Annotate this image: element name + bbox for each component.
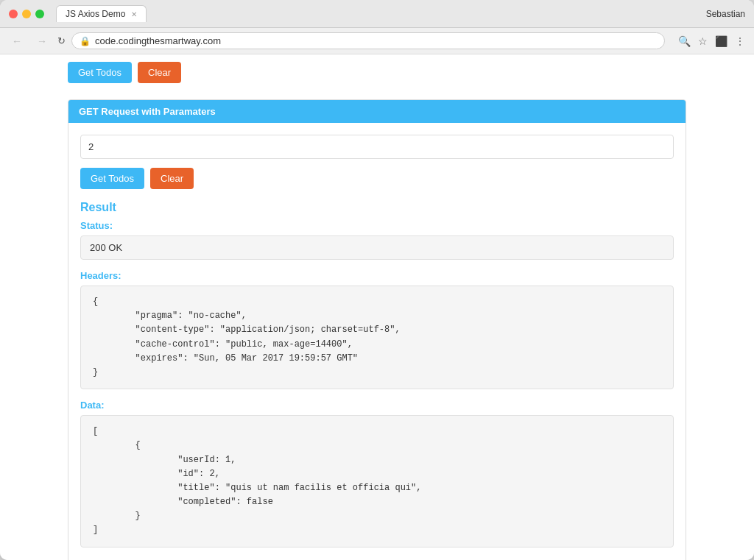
data-box: [ { "userId: 1, "id": 2, "title": "quis … [80,415,674,547]
clear-button[interactable]: Clear [150,168,194,189]
reload-button[interactable]: ↻ [57,35,66,46]
top-clear-button[interactable]: Clear [138,62,181,83]
param-input[interactable] [80,135,674,159]
headers-label: Headers: [80,270,674,281]
nav-bar: ← → ↻ 🔒 code.codingthesmartway.com 🔍 ☆ ⬛… [0,28,754,54]
menu-icon[interactable]: ⋮ [733,34,747,49]
get-request-section: GET Request with Paramaters Get Todos Cl… [68,99,686,560]
get-request-body: Get Todos Clear Result Status: 200 OK He… [68,123,686,560]
search-icon[interactable]: 🔍 [677,34,692,49]
status-label: Status: [80,220,674,231]
browser-window: JS Axios Demo ✕ Sebastian ← → ↻ 🔒 code.c… [0,0,754,560]
status-box: 200 OK [80,235,674,260]
maximize-button[interactable] [35,10,44,18]
address-bar[interactable]: 🔒 code.codingthesmartway.com [71,32,665,49]
back-button[interactable]: ← [7,34,27,49]
traffic-lights [9,10,44,18]
title-bar: JS Axios Demo ✕ Sebastian [0,0,754,28]
get-todos-button[interactable]: Get Todos [80,168,144,189]
bookmark-icon[interactable]: ☆ [697,34,709,49]
get-request-header: GET Request with Paramaters [68,100,686,123]
tab-bar: JS Axios Demo ✕ [56,5,706,22]
forward-button[interactable]: → [32,34,52,49]
browser-tab[interactable]: JS Axios Demo ✕ [56,5,147,22]
page-content: Get Todos Clear GET Request with Paramat… [0,54,754,560]
extensions-icon[interactable]: ⬛ [714,34,729,49]
close-button[interactable] [9,10,18,18]
tab-close-icon[interactable]: ✕ [131,10,137,18]
tab-title: JS Axios Demo [66,9,125,19]
top-get-todos-button[interactable]: Get Todos [68,62,132,83]
get-button-row: Get Todos Clear [80,168,674,189]
lock-icon: 🔒 [80,36,91,46]
address-text: code.codingthesmartway.com [95,35,657,46]
nav-icons: 🔍 ☆ ⬛ ⋮ [677,34,747,49]
headers-box: { "pragma": "no-cache", "content-type": … [80,286,674,389]
top-section-partial: Get Todos Clear [68,54,686,91]
minimize-button[interactable] [22,10,31,18]
data-label: Data: [80,400,674,411]
page-inner: Get Todos Clear GET Request with Paramat… [53,54,701,560]
user-name: Sebastian [706,9,745,19]
result-title: Result [80,201,674,214]
